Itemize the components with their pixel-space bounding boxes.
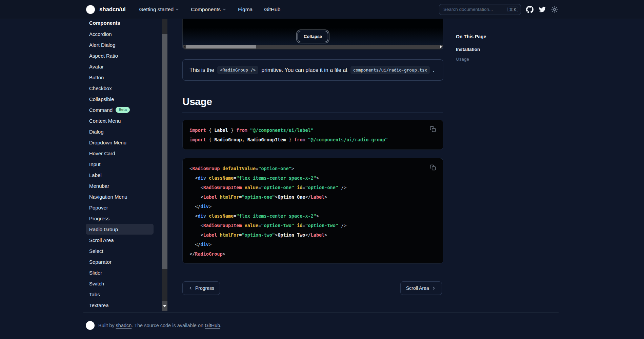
callout: This is the <RadioGroup /> primitive. Yo… <box>182 59 443 81</box>
code-body: <RadioGroup defaultValue="option-one"> <… <box>183 158 443 259</box>
sidebar-item-slider[interactable]: Slider <box>86 267 154 278</box>
code-line: import { RadioGroup, RadioGroupItem } fr… <box>189 135 436 144</box>
code-block-imports: import { Label } from "@/components/ui/l… <box>182 120 443 150</box>
sidebar-item-scroll-area[interactable]: Scroll Area <box>86 235 154 245</box>
brand-title[interactable]: shadcn/ui <box>99 6 126 13</box>
next-button[interactable]: Scroll Area <box>400 281 442 295</box>
sidebar-item-label: Dialog <box>89 129 104 135</box>
sidebar-item-radio-group[interactable]: Radio Group <box>86 224 154 235</box>
nav-link-getting-started[interactable]: Getting started <box>139 6 180 13</box>
sidebar-item-label: Accordion <box>89 31 112 37</box>
sidebar-item-accordion[interactable]: Accordion <box>86 28 154 39</box>
sidebar-item-label: Command <box>89 107 113 113</box>
copy-button[interactable] <box>429 164 436 171</box>
sidebar-item-label: Hover Card <box>89 151 115 156</box>
twitter-icon[interactable] <box>539 6 546 13</box>
inline-code-chip: <RadioGroup /> <box>217 66 258 74</box>
nav-link-label: Components <box>191 6 221 13</box>
sidebar-item-command[interactable]: CommandBeta <box>86 104 154 115</box>
sidebar-item-label[interactable]: Label <box>86 170 154 180</box>
prev-button[interactable]: Progress <box>182 281 220 295</box>
sidebar-item-navigation-menu[interactable]: Navigation Menu <box>86 191 154 202</box>
chevron-down-icon <box>222 7 226 12</box>
sidebar-item-collapsible[interactable]: Collapsible <box>86 94 154 104</box>
sidebar-scrollbar[interactable] <box>162 19 167 311</box>
sidebar-item-label: Textarea <box>89 302 109 308</box>
sidebar: Components AccordionAlert DialogAspect R… <box>86 19 162 311</box>
sidebar-header: Components <box>89 20 120 26</box>
sidebar-item-label: Label <box>89 172 102 178</box>
sidebar-item-label: Popover <box>89 205 108 211</box>
copy-icon <box>430 126 436 132</box>
nav-link-label: Figma <box>238 6 253 13</box>
github-icon[interactable] <box>526 6 534 13</box>
sidebar-item-select[interactable]: Select <box>86 245 154 256</box>
sidebar-item-label: Alert Dialog <box>89 42 116 48</box>
sidebar-item-label: Switch <box>89 281 104 286</box>
sidebar-item-textarea[interactable]: Textarea <box>86 300 154 311</box>
sidebar-item-checkbox[interactable]: Checkbox <box>86 83 154 94</box>
code-line: <RadioGroup defaultValue="option-one"> <box>189 164 436 173</box>
sidebar-item-label: Menubar <box>89 183 109 189</box>
sidebar-item-label: Button <box>89 75 104 80</box>
sidebar-item-dialog[interactable]: Dialog <box>86 126 154 137</box>
sidebar-item-separator[interactable]: Separator <box>86 256 154 267</box>
search-shortcut-badge: ⌘ K <box>507 6 518 12</box>
sidebar-item-input[interactable]: Input <box>86 159 154 170</box>
copy-icon <box>430 164 436 171</box>
sidebar-item-menubar[interactable]: Menubar <box>86 180 154 191</box>
sidebar-item-switch[interactable]: Switch <box>86 278 154 289</box>
sidebar-scroll-down-button[interactable] <box>162 301 167 311</box>
code-block-usage: <RadioGroup defaultValue="option-one"> <… <box>182 158 443 264</box>
horizontal-scrollbar[interactable] <box>183 45 443 49</box>
code-line: <Label htmlFor="option-two">Option Two</… <box>189 230 436 240</box>
footer-text-part: Built by <box>98 323 116 328</box>
next-button-label: Scroll Area <box>406 285 429 291</box>
sidebar-item-label: Context Menu <box>89 118 121 124</box>
chevron-left-icon <box>188 286 193 291</box>
sidebar-item-label: Dropdown Menu <box>89 140 126 145</box>
copy-button[interactable] <box>429 126 436 133</box>
nav-link-components[interactable]: Components <box>191 6 226 13</box>
scroll-left-arrow-icon[interactable] <box>184 45 185 48</box>
usage-heading: Usage <box>182 96 212 107</box>
sidebar-item-label: Tabs <box>89 292 100 297</box>
brand-logo-icon[interactable] <box>86 5 95 14</box>
nav-links: Getting started Components Figma GitHub <box>139 6 281 13</box>
sidebar-item-label: Checkbox <box>89 85 112 91</box>
toc-item-installation[interactable]: Installation <box>456 47 558 52</box>
scroll-right-arrow-icon[interactable] <box>440 45 442 48</box>
code-line: <div className="flex items-center space-… <box>189 211 436 221</box>
sun-icon[interactable] <box>551 6 558 13</box>
sidebar-item-progress[interactable]: Progress <box>86 213 154 224</box>
code-line: </div> <box>189 240 436 249</box>
sidebar-item-tabs[interactable]: Tabs <box>86 289 154 300</box>
sidebar-item-avatar[interactable]: Avatar <box>86 61 154 72</box>
sidebar-item-context-menu[interactable]: Context Menu <box>86 115 154 126</box>
code-line: <Label htmlFor="option-one">Option One</… <box>189 192 436 202</box>
sidebar-item-dropdown-menu[interactable]: Dropdown Menu <box>86 137 154 148</box>
footer-text-part: . <box>220 323 221 328</box>
toc-item-usage[interactable]: Usage <box>456 57 558 62</box>
code-line: <RadioGroupItem value="option-two" id="o… <box>189 221 436 230</box>
nav-link-github[interactable]: GitHub <box>264 6 280 13</box>
footer-link-github[interactable]: GitHub <box>205 323 220 328</box>
sidebar-item-popover[interactable]: Popover <box>86 202 154 213</box>
collapse-button[interactable]: Collapse <box>298 31 328 42</box>
chevron-down-icon <box>175 7 179 12</box>
sidebar-item-hover-card[interactable]: Hover Card <box>86 148 154 159</box>
callout-text: . <box>433 67 434 73</box>
footer-link-shadcn[interactable]: shadcn <box>116 323 132 328</box>
nav-link-figma[interactable]: Figma <box>238 6 253 13</box>
sidebar-item-button[interactable]: Button <box>86 72 154 83</box>
sidebar-item-alert-dialog[interactable]: Alert Dialog <box>86 39 154 50</box>
horizontal-scrollbar-thumb[interactable] <box>186 45 256 48</box>
footer-text-part: . The source code is available on <box>132 323 205 328</box>
sidebar-scrollbar-thumb[interactable] <box>162 34 167 269</box>
prev-button-label: Progress <box>195 285 214 291</box>
sidebar-item-label: Aspect Ratio <box>89 53 118 59</box>
heading-rule <box>182 112 443 113</box>
search-box: ⌘ K <box>439 4 521 15</box>
sidebar-item-aspect-ratio[interactable]: Aspect Ratio <box>86 50 154 61</box>
sidebar-item-label: Radio Group <box>89 226 118 232</box>
